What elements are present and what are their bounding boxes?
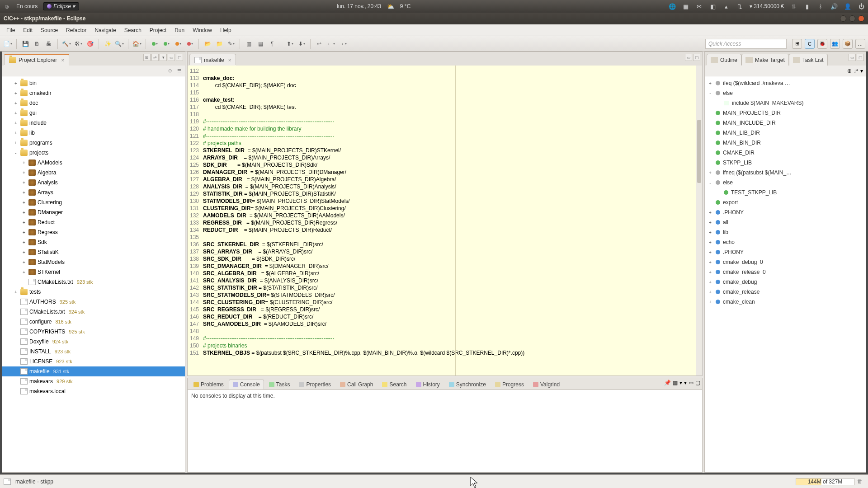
menu-run[interactable]: Run bbox=[171, 26, 188, 35]
project-explorer-tab[interactable]: Project Explorer × bbox=[4, 54, 69, 66]
tree-item-bin[interactable]: +bin bbox=[2, 78, 185, 88]
expand-icon[interactable]: + bbox=[21, 210, 27, 215]
home-button[interactable]: 🏠 bbox=[132, 39, 142, 49]
tray-bluetooth-icon[interactable]: ᚼ bbox=[816, 2, 825, 10]
tree-item-clustering[interactable]: +Clustering bbox=[2, 197, 185, 207]
annotation-next-button[interactable]: ⬇ bbox=[297, 39, 307, 49]
collapse-all-button[interactable]: ⊟ bbox=[143, 54, 151, 61]
tray-caret-icon[interactable]: ▴ bbox=[722, 2, 731, 10]
debug-button[interactable] bbox=[150, 39, 160, 49]
tree-item-arrays[interactable]: +Arrays bbox=[2, 188, 185, 197]
smiley-icon[interactable]: ☺ bbox=[3, 2, 11, 10]
menu-search[interactable]: Search bbox=[121, 26, 145, 35]
build-config-button[interactable]: 🛠 bbox=[73, 39, 83, 49]
tree-item-makevars-local[interactable]: makevars.local bbox=[2, 386, 185, 396]
tree-item-install[interactable]: INSTALL923 stk bbox=[2, 347, 185, 357]
annotation-prev-button[interactable]: ⬆ bbox=[285, 39, 295, 49]
pin-console-button[interactable]: 📌 bbox=[664, 380, 671, 386]
quick-access-input[interactable]: Quick Access bbox=[705, 39, 787, 49]
tray-power-icon[interactable]: ⏻ bbox=[857, 2, 865, 10]
outline-tree[interactable]: +ifeq ($(wildcard ./makeva …-elseinclude… bbox=[705, 76, 866, 472]
expand-icon[interactable]: + bbox=[708, 290, 713, 295]
run-button[interactable] bbox=[161, 39, 171, 49]
expand-icon[interactable]: + bbox=[708, 300, 713, 305]
tree-item-analysis[interactable]: +Analysis bbox=[2, 178, 185, 188]
expand-icon[interactable]: + bbox=[21, 180, 27, 185]
save-button[interactable]: 💾 bbox=[20, 39, 30, 49]
tree-item-cmakelists-txt[interactable]: CMakeLists.txt923 stk bbox=[2, 277, 185, 287]
outline-tab-task-list[interactable]: Task List bbox=[789, 54, 828, 66]
maximize-outline-button[interactable]: ▢ bbox=[857, 54, 864, 61]
menu-edit[interactable]: Edit bbox=[19, 26, 36, 35]
tree-item-cmakelists-txt[interactable]: CMakeLists.txt924 stk bbox=[2, 307, 185, 317]
focus-button[interactable]: ⊙ bbox=[166, 67, 174, 75]
bottom-tab-call-graph[interactable]: Call Graph bbox=[336, 380, 377, 389]
maximize-editor-button[interactable]: ▢ bbox=[693, 54, 700, 61]
perspective-team-button[interactable]: 👥 bbox=[830, 39, 840, 49]
outline-tab-make-target[interactable]: Make Target bbox=[741, 54, 789, 66]
back-button[interactable]: ← bbox=[326, 39, 336, 49]
menu-file[interactable]: File bbox=[3, 26, 19, 35]
menu-source[interactable]: Source bbox=[37, 26, 61, 35]
expand-icon[interactable]: + bbox=[708, 210, 713, 215]
expand-icon[interactable]: + bbox=[21, 230, 27, 235]
outline-item-test-stkpp-lib[interactable]: TEST_STKPP_LIB bbox=[705, 188, 866, 197]
tree-item-gui[interactable]: +gui bbox=[2, 108, 185, 118]
new-button[interactable]: 📄 bbox=[3, 39, 13, 49]
expand-icon[interactable]: + bbox=[21, 200, 27, 205]
view-menu-button[interactable]: ▾ bbox=[160, 54, 167, 61]
tree-item-doxyfile[interactable]: Doxyfile924 stk bbox=[2, 337, 185, 347]
outline-item-all[interactable]: +all bbox=[705, 217, 866, 227]
tray-mail-icon[interactable]: ✉ bbox=[695, 2, 703, 10]
scrollbar-thumb[interactable] bbox=[697, 120, 701, 183]
expand-icon[interactable]: + bbox=[708, 270, 713, 275]
perspective-resource-button[interactable]: 📦 bbox=[843, 39, 853, 49]
expand-icon[interactable]: + bbox=[13, 290, 19, 295]
power-cost-label[interactable]: ▾ 314.50000 € bbox=[750, 3, 784, 9]
expand-icon[interactable]: + bbox=[708, 260, 713, 265]
bottom-tab-properties[interactable]: Properties bbox=[295, 380, 335, 389]
maximize-bottom-button[interactable]: ▢ bbox=[695, 380, 700, 386]
expand-icon[interactable]: + bbox=[708, 250, 713, 255]
display-console-button[interactable]: ▥ bbox=[673, 380, 678, 386]
external-tools-button[interactable] bbox=[185, 39, 195, 49]
open-type-button[interactable]: 🔍 bbox=[114, 39, 124, 49]
tray-updown-icon[interactable]: ⇅ bbox=[736, 2, 744, 10]
folder-button[interactable]: 📁 bbox=[214, 39, 224, 49]
tree-item-cmakedir[interactable]: +cmakedir bbox=[2, 88, 185, 98]
outline-item-else[interactable]: -else bbox=[705, 178, 866, 188]
save-all-button[interactable]: 🗎 bbox=[32, 39, 42, 49]
perspective-cpp-button[interactable]: C bbox=[805, 39, 815, 49]
expand-icon[interactable]: + bbox=[21, 270, 27, 275]
tree-item-programs[interactable]: +programs bbox=[2, 138, 185, 148]
outline-item-main-bin-dir[interactable]: MAIN_BIN_DIR bbox=[705, 138, 866, 148]
menu-navigate[interactable]: Navigate bbox=[91, 26, 119, 35]
bottom-tab-valgrind[interactable]: Valgrind bbox=[529, 380, 564, 389]
tree-item-makevars[interactable]: makevars929 stk bbox=[2, 376, 185, 386]
bottom-tab-search[interactable]: Search bbox=[378, 380, 410, 389]
tree-item-doc[interactable]: +doc bbox=[2, 98, 185, 108]
tree-item-statistik[interactable]: +STatistiK bbox=[2, 247, 185, 257]
bottom-tab-tasks[interactable]: Tasks bbox=[265, 380, 294, 389]
expand-icon[interactable]: + bbox=[13, 81, 19, 86]
toggle-block-button[interactable]: ▥ bbox=[244, 39, 254, 49]
window-minimize-button[interactable] bbox=[840, 15, 846, 22]
tray-network-icon[interactable]: ⥮ bbox=[789, 2, 797, 10]
window-close-button[interactable] bbox=[858, 15, 864, 22]
tree-item-makefile[interactable]: makefile931 stk bbox=[2, 366, 185, 376]
last-edit-button[interactable]: ↩ bbox=[314, 39, 324, 49]
minimize-view-button[interactable]: ▭ bbox=[168, 54, 175, 61]
expand-icon[interactable]: + bbox=[21, 190, 27, 195]
expand-icon[interactable]: + bbox=[13, 91, 19, 96]
minimize-bottom-button[interactable]: ▭ bbox=[689, 380, 693, 386]
tree-item-authors[interactable]: AUTHORS925 stk bbox=[2, 297, 185, 307]
open-console-button[interactable]: ▾ bbox=[679, 380, 682, 386]
outline-item-echo[interactable]: +echo bbox=[705, 237, 866, 247]
outline-sort-button[interactable]: ↓ᵃ bbox=[854, 68, 859, 74]
expand-icon[interactable]: + bbox=[708, 170, 713, 175]
expand-icon[interactable]: + bbox=[708, 230, 713, 235]
wand-button[interactable]: ✨ bbox=[103, 39, 113, 49]
tree-item-lib[interactable]: +lib bbox=[2, 128, 185, 138]
outline-item-else[interactable]: -else bbox=[705, 88, 866, 98]
expand-icon[interactable]: + bbox=[708, 240, 713, 245]
